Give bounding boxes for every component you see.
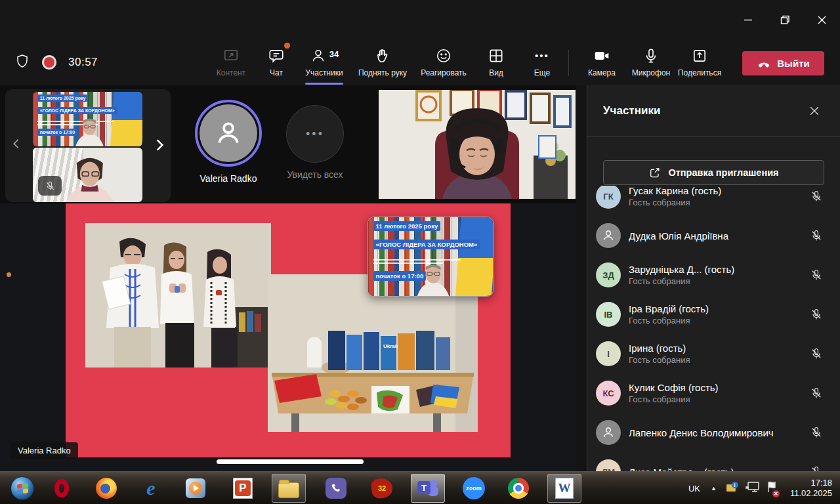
window-controls bbox=[730, 8, 840, 32]
participants-count: 34 bbox=[329, 49, 339, 59]
video-thumbnail-presenter[interactable]: 11 лютого 2025 року «ГОЛОС ЛІДЕРА ЗА КОР… bbox=[33, 92, 142, 146]
participant-row[interactable]: ІВ Іра Врадій (гость)Гость собрания bbox=[587, 295, 840, 334]
close-button[interactable] bbox=[803, 8, 840, 32]
see-all-label: Увидеть всех bbox=[262, 169, 368, 180]
avatar bbox=[596, 223, 621, 248]
taskbar-viber-icon[interactable] bbox=[319, 474, 353, 503]
send-invite-button[interactable]: Отправка приглашения bbox=[603, 160, 824, 185]
participant-row[interactable]: ГК Гусак Карина (гость)Гость собрания bbox=[587, 186, 840, 216]
video-thumbnail-muted-woman[interactable] bbox=[33, 148, 142, 202]
promo-slide-scene: 11 лютого 2025 року «ГОЛОС ЛІДЕРА ЗА КОР… bbox=[368, 217, 493, 296]
taskbar-word-icon[interactable]: W bbox=[547, 474, 581, 503]
participants-list: ГК Гусак Карина (гость)Гость собрания Ду… bbox=[587, 186, 840, 471]
avatar: ІВ bbox=[596, 302, 621, 327]
participant-row[interactable]: ЗД Зарудніцька Д... (гость)Гость собрани… bbox=[587, 255, 840, 295]
video-strip: 11 лютого 2025 року «ГОЛОС ЛІДЕРА ЗА КОР… bbox=[0, 85, 576, 203]
carousel-prev-icon[interactable] bbox=[9, 136, 24, 155]
taskbar-opera-icon[interactable] bbox=[45, 474, 79, 503]
participants-header: Участники bbox=[587, 85, 840, 136]
tray-date: 11.02.2025 bbox=[790, 488, 832, 499]
muted-mic-icon[interactable] bbox=[808, 426, 824, 439]
presenter-figure bbox=[408, 232, 458, 296]
active-tab-underline bbox=[305, 83, 343, 85]
muted-mic-icon[interactable] bbox=[808, 465, 824, 471]
tray-action-center-icon[interactable]: ✕ bbox=[766, 481, 777, 495]
main-stage-video[interactable]: Ukraine bbox=[0, 203, 576, 471]
taskbar-media-player-icon[interactable] bbox=[178, 474, 213, 503]
security-shield-icon bbox=[14, 53, 30, 72]
recording-indicator-icon bbox=[42, 55, 56, 70]
taskbar-teams-icon[interactable]: T bbox=[411, 474, 445, 503]
teams-meeting-window: 30:57 Контент Чат 34 Участники Поднять р… bbox=[0, 0, 840, 504]
taskbar-explorer-icon[interactable] bbox=[272, 474, 306, 503]
carousel-next-icon[interactable] bbox=[151, 136, 168, 158]
avatar: ЛМ bbox=[596, 459, 621, 471]
avatar bbox=[200, 104, 257, 162]
muted-mic-icon[interactable] bbox=[808, 347, 824, 360]
taskbar-zoom-icon[interactable]: zoom bbox=[457, 474, 491, 503]
participant-row[interactable]: І Ірина (гость)Гость собрания bbox=[587, 334, 840, 373]
system-tray: UK ▲ i ✕ 17:18 11.02.2025 bbox=[688, 472, 840, 504]
avatar bbox=[596, 420, 621, 445]
language-indicator[interactable]: UK bbox=[688, 484, 700, 494]
meeting-toolbar: 30:57 Контент Чат 34 Участники Поднять р… bbox=[0, 39, 840, 85]
participant-row[interactable]: ЛМ Лиза Майстре... (гость) bbox=[587, 452, 840, 471]
scroll-indicator-dot bbox=[7, 272, 11, 277]
share-invite-icon bbox=[648, 166, 662, 179]
muted-mic-overlay bbox=[38, 176, 62, 196]
taskbar-chrome-icon[interactable] bbox=[501, 474, 536, 503]
stage-scrollbar[interactable] bbox=[217, 459, 364, 464]
stage-speaker-label: Valeria Radko bbox=[10, 442, 78, 459]
promo-date: 11 лютого 2025 року bbox=[37, 94, 89, 102]
photo-ukraine-books-table: Ukraine bbox=[268, 274, 478, 432]
thumbnail-carousel: 11 лютого 2025 року «ГОЛОС ЛІДЕРА ЗА КОР… bbox=[5, 89, 171, 202]
avatar: ГК bbox=[596, 186, 621, 209]
participant-row[interactable]: КС Кулик Софія (гость)Гость собрания bbox=[587, 373, 840, 413]
taskbar-internet-explorer-icon[interactable]: e bbox=[134, 474, 168, 503]
meeting-timer: 30:57 bbox=[68, 56, 98, 69]
start-button[interactable] bbox=[5, 474, 39, 503]
avatar: І bbox=[596, 341, 621, 366]
taskbar-irfanview-icon[interactable]: 32 bbox=[365, 474, 399, 503]
woman-office-scene bbox=[379, 90, 576, 202]
tray-expand-icon[interactable]: ▲ bbox=[711, 485, 717, 492]
windows-start-icon bbox=[10, 476, 34, 500]
tray-info-icon[interactable]: i bbox=[726, 481, 739, 495]
muted-mic-icon[interactable] bbox=[808, 387, 824, 400]
taskbar-firefox-icon[interactable] bbox=[89, 474, 123, 503]
see-all-tile[interactable]: ••• Увидеть всех bbox=[262, 92, 368, 197]
ukraine-flag bbox=[110, 92, 142, 146]
promo-slide-scene: 11 лютого 2025 року «ГОЛОС ЛІДЕРА ЗА КОР… bbox=[33, 92, 142, 146]
phone-icon bbox=[330, 482, 342, 494]
share-icon bbox=[663, 45, 736, 64]
panel-close-icon[interactable] bbox=[805, 101, 824, 121]
tray-network-icon[interactable] bbox=[746, 481, 760, 495]
taskbar-powerpoint-icon[interactable]: P bbox=[226, 474, 260, 503]
avatar: КС bbox=[596, 381, 621, 406]
participant-row[interactable]: Дудка Юлія Андріївна bbox=[587, 216, 840, 255]
toolbar-share-button[interactable]: Поделиться bbox=[663, 45, 736, 77]
promo-date: 11 лютого 2025 року bbox=[373, 221, 441, 231]
muted-mic-icon[interactable] bbox=[808, 308, 824, 321]
presenter-figure bbox=[68, 102, 112, 146]
person-icon bbox=[601, 228, 616, 243]
leave-button[interactable]: Выйти bbox=[742, 51, 824, 75]
avatar: ЗД bbox=[596, 262, 621, 287]
woman-video-scene bbox=[33, 148, 142, 202]
pip-presenter-video[interactable]: 11 лютого 2025 року «ГОЛОС ЛІДЕРА ЗА КОР… bbox=[368, 217, 494, 297]
tray-time: 17:18 bbox=[790, 478, 832, 488]
restore-button[interactable] bbox=[766, 8, 803, 32]
muted-mic-icon[interactable] bbox=[808, 229, 824, 242]
windows-taskbar: e P 32 T zoom W UK ▲ i ✕ 17:18 11.02.202… bbox=[0, 471, 840, 504]
video-tile-woman-office[interactable] bbox=[379, 90, 576, 202]
photo-girls-vyshyvanky bbox=[85, 223, 271, 368]
hangup-icon bbox=[757, 56, 771, 71]
muted-mic-icon[interactable] bbox=[808, 268, 824, 282]
person-icon bbox=[213, 118, 243, 148]
participant-row[interactable]: Лапенко Денис Володимирович bbox=[587, 413, 840, 452]
tray-clock[interactable]: 17:18 11.02.2025 bbox=[790, 478, 832, 499]
minimize-button[interactable] bbox=[730, 8, 766, 32]
person-icon bbox=[601, 425, 616, 440]
titlebar bbox=[0, 0, 840, 39]
muted-mic-icon[interactable] bbox=[808, 190, 824, 203]
